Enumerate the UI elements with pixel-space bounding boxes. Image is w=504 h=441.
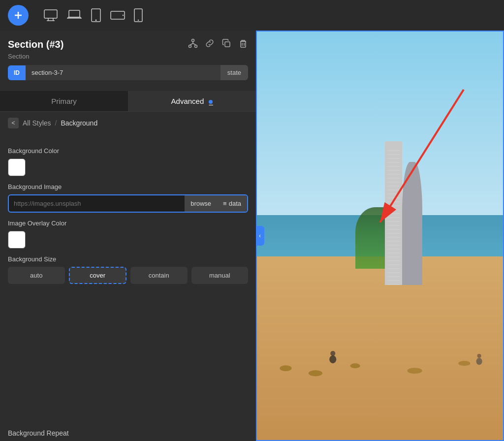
id-row: ID section-3-7 state bbox=[8, 65, 248, 80]
svg-point-14 bbox=[189, 45, 191, 48]
svg-point-10 bbox=[123, 15, 124, 16]
background-image-row: browse ≡ data bbox=[8, 194, 248, 213]
size-cover-button[interactable]: cover bbox=[69, 267, 127, 284]
main-layout: Section (#3) bbox=[0, 31, 504, 441]
background-repeat-label: Background Repeat bbox=[0, 421, 256, 441]
svg-rect-6 bbox=[69, 10, 80, 17]
background-size-label: Background Size bbox=[8, 255, 248, 263]
add-button[interactable] bbox=[8, 5, 29, 26]
svg-point-15 bbox=[195, 45, 197, 48]
background-color-swatch[interactable] bbox=[8, 158, 26, 176]
svg-line-17 bbox=[190, 43, 193, 45]
building-tall bbox=[385, 141, 402, 285]
id-value: section-3-7 bbox=[26, 65, 220, 80]
top-toolbar bbox=[0, 0, 504, 31]
laptop-icon[interactable] bbox=[67, 9, 82, 22]
browse-button[interactable]: browse bbox=[185, 195, 217, 212]
image-overlay-swatch[interactable] bbox=[8, 231, 26, 249]
device-icons bbox=[43, 8, 143, 22]
sand bbox=[256, 256, 504, 441]
tab-primary[interactable]: Primary bbox=[0, 91, 128, 111]
collapse-icon: ‹ bbox=[259, 232, 261, 239]
svg-point-8 bbox=[95, 20, 97, 21]
state-button[interactable]: state bbox=[220, 65, 248, 80]
tab-advanced[interactable]: Advanced – bbox=[128, 91, 256, 111]
background-image-input[interactable] bbox=[9, 195, 185, 212]
header-icons bbox=[188, 38, 248, 51]
background-image-label: Background Image bbox=[8, 183, 248, 190]
svg-line-18 bbox=[193, 43, 196, 45]
breadcrumb-back-button[interactable]: < bbox=[8, 118, 19, 128]
panel-content: Background Color Background Image browse… bbox=[0, 134, 256, 421]
size-contain-button[interactable]: contain bbox=[130, 267, 188, 284]
collapse-handle[interactable]: ‹ bbox=[256, 226, 264, 246]
svg-rect-2 bbox=[44, 10, 57, 18]
image-overlay-label: Image Overlay Color bbox=[8, 220, 248, 227]
svg-rect-20 bbox=[241, 41, 246, 47]
breadcrumb-all-styles[interactable]: All Styles bbox=[23, 119, 51, 127]
section-subtitle: Section bbox=[8, 53, 248, 60]
panel-header: Section (#3) bbox=[0, 31, 256, 91]
data-button[interactable]: ≡ data bbox=[217, 195, 247, 212]
tab-active-indicator: – bbox=[209, 100, 213, 104]
building-round bbox=[402, 162, 422, 285]
hierarchy-icon[interactable] bbox=[188, 38, 198, 51]
breadcrumb-separator: / bbox=[55, 119, 57, 127]
monitor-icon[interactable] bbox=[43, 9, 58, 22]
link-icon[interactable] bbox=[205, 38, 215, 51]
svg-rect-19 bbox=[225, 42, 230, 47]
size-auto-button[interactable]: auto bbox=[8, 267, 65, 284]
svg-point-12 bbox=[138, 20, 139, 21]
background-color-label: Background Color bbox=[8, 147, 248, 155]
section-title-row: Section (#3) bbox=[8, 38, 248, 51]
background-size-row: auto cover contain manual bbox=[8, 267, 248, 284]
trash-icon[interactable] bbox=[238, 38, 248, 51]
breadcrumb: < All Styles / Background bbox=[0, 112, 256, 134]
left-panel: Section (#3) bbox=[0, 31, 256, 441]
beach-scene bbox=[256, 31, 504, 441]
tabs-row: Primary Advanced – bbox=[0, 91, 256, 112]
svg-point-13 bbox=[192, 39, 194, 42]
section-title: Section (#3) bbox=[8, 39, 63, 50]
data-icon: ≡ bbox=[223, 200, 227, 207]
mobile-icon[interactable] bbox=[134, 8, 143, 22]
canvas-area: ‹ bbox=[256, 31, 504, 441]
tablet-icon[interactable] bbox=[91, 8, 101, 22]
copy-icon[interactable] bbox=[221, 38, 231, 51]
size-manual-button[interactable]: manual bbox=[191, 267, 249, 284]
mobile-landscape-icon[interactable] bbox=[110, 10, 125, 20]
breadcrumb-current: Background bbox=[61, 119, 97, 127]
id-badge: ID bbox=[8, 65, 26, 80]
